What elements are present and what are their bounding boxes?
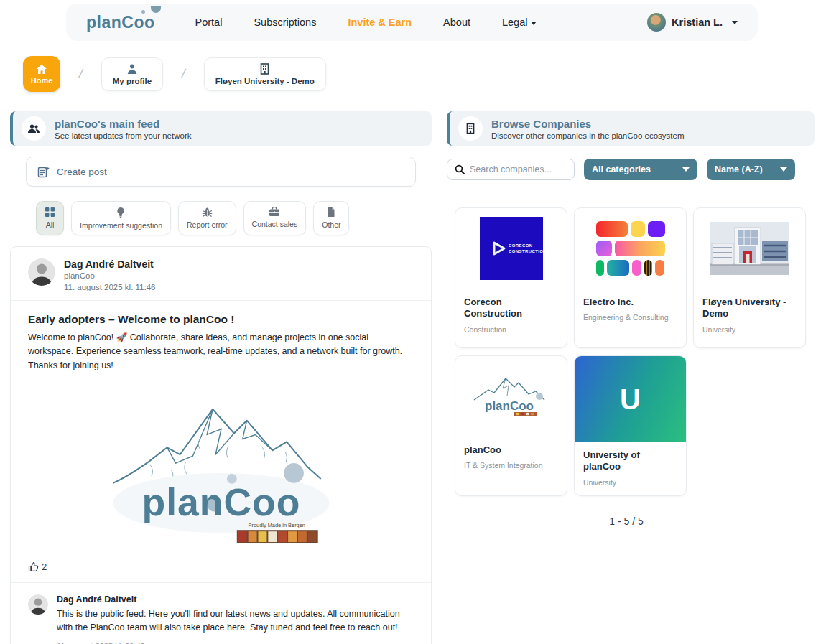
feed-post: Dag André Daltveit planCoo 11. august 20… (10, 246, 432, 644)
briefcase-icon (269, 207, 280, 217)
university-logo: U (575, 356, 686, 442)
electro-logo (575, 208, 686, 289)
filter-label: Improvement suggestion (80, 221, 162, 230)
company-card-electro[interactable]: Electro Inc. Engineering & Consulting (574, 207, 687, 348)
post-title: Early adopters – Welcome to planCoo ! (11, 301, 431, 331)
breadcrumb-profile-label: My profile (113, 77, 152, 85)
companies-title: Browse Companies (491, 118, 684, 130)
people-icon (22, 116, 46, 141)
user-avatar (647, 13, 666, 32)
thumbs-up-icon (28, 561, 39, 572)
user-menu[interactable]: Kristian L. (647, 13, 738, 32)
search-icon (455, 164, 465, 174)
pagination-label: 1 - 5 / 5 (447, 515, 806, 527)
category-select[interactable]: All categories (584, 159, 697, 180)
filter-all[interactable]: All (36, 201, 64, 235)
sort-select[interactable]: Name (A-Z) (707, 159, 795, 180)
search-input[interactable] (470, 164, 563, 174)
feed-subtitle: See latest updates from your network (55, 131, 192, 140)
company-name: Fløyen University - Demo (702, 297, 797, 320)
post-comment: Dag André Daltveit This is the public fe… (11, 583, 431, 644)
nav-item-invite-earn[interactable]: Invite & Earn (348, 17, 412, 28)
grid-icon (45, 207, 55, 218)
breadcrumb-company-label: Fløyen University - Demo (215, 77, 315, 85)
top-navbar: planCoo Portal Subscriptions Invite & Ea… (66, 4, 758, 41)
company-name: Electro Inc. (583, 297, 677, 308)
filter-label: Contact sales (252, 220, 298, 228)
company-name: planCoo (464, 444, 558, 456)
svg-text:CORECON: CORECON (509, 243, 532, 248)
bergen-houses-icon (236, 530, 317, 543)
plancoo-logo[interactable]: planCoo (86, 13, 155, 32)
nav-item-subscriptions[interactable]: Subscriptions (254, 17, 316, 28)
like-count: 2 (42, 561, 47, 572)
create-post-label: Create post (57, 167, 107, 177)
filter-other[interactable]: Other (313, 201, 349, 235)
comment-author-name: Dag André Daltveit (57, 594, 414, 605)
like-button[interactable]: 2 (28, 561, 47, 572)
create-post-icon (37, 166, 50, 178)
post-actions: 2 (11, 554, 431, 583)
company-name: University of planCoo (583, 449, 677, 473)
companies-header: Browse Companies Discover other companie… (447, 111, 815, 146)
post-author-company: planCoo (64, 271, 155, 280)
logo-text: planCoo (86, 13, 155, 32)
comment-text: This is the public feed: Here you'll fin… (57, 607, 410, 635)
company-category: IT & System Integration (464, 461, 558, 470)
nav-item-portal[interactable]: Portal (195, 17, 223, 28)
floyen-building-photo (694, 208, 805, 289)
post-header: Dag André Daltveit planCoo 11. august 20… (11, 247, 431, 301)
company-card-floyen[interactable]: Fløyen University - Demo University (693, 207, 806, 348)
post-author-avatar (28, 258, 55, 286)
home-icon (36, 64, 47, 75)
filter-report-error[interactable]: Report error (178, 201, 236, 235)
category-select-value: All categories (592, 164, 651, 174)
plancoo-mini-logo: planCoo (455, 356, 567, 437)
breadcrumb-home[interactable]: Home (23, 56, 60, 92)
post-author-name: Dag André Daltveit (64, 258, 155, 270)
create-post-button[interactable]: Create post (26, 157, 416, 187)
svg-text:CONSTRUCTION: CONSTRUCTION (509, 249, 543, 253)
breadcrumb-separator: / (78, 67, 84, 81)
company-category: University (583, 478, 677, 487)
company-search (447, 159, 575, 180)
person-icon (126, 63, 138, 75)
company-card-corecon[interactable]: CORECONCONSTRUCTION Corecon Construction… (455, 207, 567, 348)
filter-contact-sales[interactable]: Contact sales (243, 201, 307, 235)
breadcrumb-my-profile[interactable]: My profile (101, 57, 163, 91)
chevron-down-icon (682, 167, 690, 172)
chevron-down-icon (732, 21, 738, 24)
university-logo-letter: U (620, 383, 641, 416)
sort-select-value: Name (A-Z) (715, 164, 763, 174)
building-icon (458, 116, 483, 141)
company-card-plancoo[interactable]: planCoo planCoo IT & System Integration (455, 355, 567, 496)
comment-timestamp: 11. august 2025 kl. 09:49 (57, 642, 414, 644)
nav-item-legal[interactable]: Legal (502, 17, 537, 28)
filter-improvement-suggestion[interactable]: Improvement suggestion (71, 201, 171, 235)
corecon-logo: CORECONCONSTRUCTION (455, 208, 567, 289)
plancoo-mountain-logo: planCoo Proudly Made in Bergen (106, 396, 336, 546)
breadcrumb-company[interactable]: Fløyen University - Demo (204, 57, 326, 91)
company-card-university-of-plancoo[interactable]: U University of planCoo University (574, 355, 687, 496)
breadcrumb-separator: / (180, 67, 187, 81)
chevron-down-icon (780, 167, 787, 172)
user-name: Kristian L. (672, 17, 723, 28)
nav-links: Portal Subscriptions Invite & Earn About… (195, 17, 537, 28)
nav-item-about[interactable]: About (443, 17, 470, 28)
post-timestamp: 11. august 2025 kl. 11:46 (64, 283, 155, 291)
companies-subtitle: Discover other companies in the planCoo … (491, 131, 684, 140)
company-category: University (702, 325, 797, 334)
feed-title: planCoo's main feed (55, 118, 192, 130)
breadcrumb-home-label: Home (31, 76, 53, 85)
filter-label: All (46, 220, 55, 229)
feed-column: planCoo's main feed See latest updates f… (10, 111, 432, 644)
company-name: Corecon Construction (464, 297, 558, 320)
file-icon (327, 207, 335, 218)
companies-controls: All categories Name (A-Z) (447, 159, 815, 180)
post-image: planCoo Proudly Made in Bergen (11, 383, 431, 554)
logo-tagline: Proudly Made in Bergen (248, 522, 305, 528)
chevron-down-icon (531, 22, 537, 25)
post-body: Welcome to planCoo! 🚀 Collaborate, share… (11, 331, 431, 383)
company-category: Construction (464, 325, 558, 334)
building-icon (259, 63, 270, 75)
